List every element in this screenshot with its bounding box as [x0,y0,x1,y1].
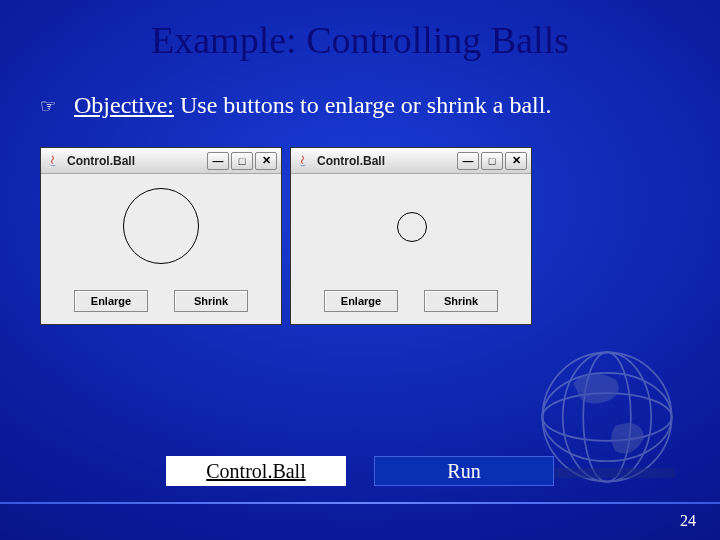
hand-icon: ☞ [40,95,56,117]
ball-circle [123,188,199,264]
minimize-button[interactable]: — [457,152,479,170]
window-title: Control.Ball [317,154,455,168]
shrink-button[interactable]: Shrink [174,290,248,312]
windows-row: Control.Ball — □ ✕ Enlarge Shrink Contro… [40,147,720,325]
divider [0,502,720,504]
controlball-link[interactable]: Control.Ball [166,456,346,486]
ball-circle [397,212,427,242]
objective-text: Use buttons to enlarge or shrink a ball. [174,92,551,118]
minimize-button[interactable]: — [207,152,229,170]
maximize-button[interactable]: □ [231,152,253,170]
shrink-button[interactable]: Shrink [424,290,498,312]
app-window-2: Control.Ball — □ ✕ Enlarge Shrink [290,147,532,325]
app-window-1: Control.Ball — □ ✕ Enlarge Shrink [40,147,282,325]
canvas-area [291,174,531,282]
java-icon [45,153,61,169]
button-row: Enlarge Shrink [291,282,531,324]
link-row: Control.Ball Run [0,456,720,486]
java-icon [295,153,311,169]
enlarge-button[interactable]: Enlarge [74,290,148,312]
canvas-area [41,174,281,282]
slide-title: Example: Controlling Balls [0,0,720,62]
objective-label: Objective: [74,92,174,118]
close-button[interactable]: ✕ [505,152,527,170]
window-title: Control.Ball [67,154,205,168]
close-button[interactable]: ✕ [255,152,277,170]
page-number: 24 [680,512,696,530]
maximize-button[interactable]: □ [481,152,503,170]
enlarge-button[interactable]: Enlarge [324,290,398,312]
run-link[interactable]: Run [374,456,554,486]
button-row: Enlarge Shrink [41,282,281,324]
titlebar: Control.Ball — □ ✕ [291,148,531,174]
titlebar: Control.Ball — □ ✕ [41,148,281,174]
objective-row: ☞ Objective: Use buttons to enlarge or s… [40,92,720,119]
